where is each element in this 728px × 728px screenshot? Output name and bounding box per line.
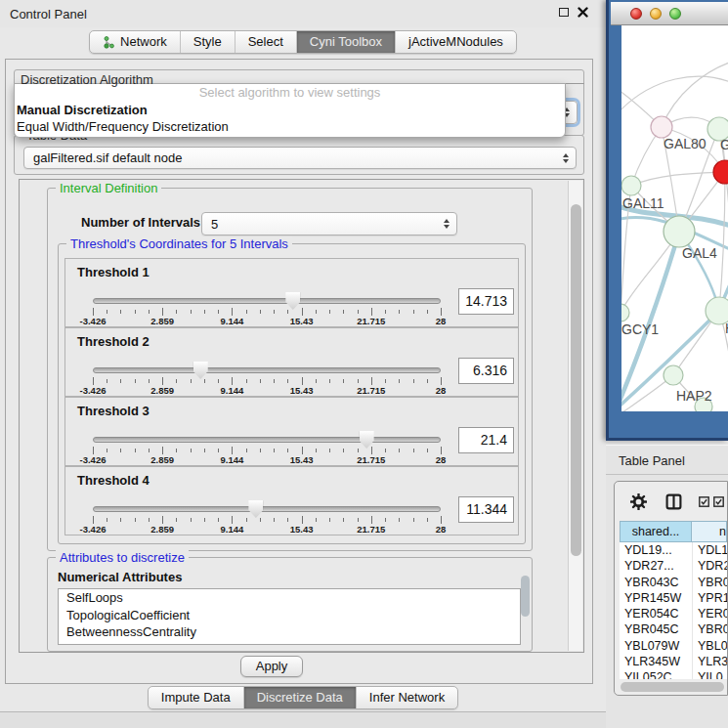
threshold-value-field[interactable]: 14.713: [458, 288, 514, 315]
number-of-intervals-combobox[interactable]: 5: [201, 212, 457, 236]
traffic-light-close-icon[interactable]: [630, 8, 642, 20]
tick-mark: [302, 447, 303, 454]
tick-mark: [358, 310, 359, 314]
table-cell[interactable]: YBL0: [693, 638, 727, 654]
table-horizontal-scrollbar[interactable]: [621, 682, 724, 692]
table-cell[interactable]: YIL052C: [620, 669, 693, 679]
tab-select[interactable]: Select: [235, 31, 296, 53]
network-canvas[interactable]: GAL80GCGAL11GAL4GCY1HHAP2: [621, 25, 728, 411]
tab-impute-data[interactable]: Impute Data: [149, 687, 243, 708]
settings-vertical-scrollbar[interactable]: [568, 181, 582, 651]
network-edge[interactable]: [631, 172, 725, 186]
column-header-name[interactable]: n: [692, 521, 727, 542]
number-of-intervals-label: Number of Intervals: [81, 215, 200, 230]
table-cell[interactable]: YPR1: [693, 590, 727, 606]
threshold-label: Threshold 3: [77, 404, 150, 418]
tab-cyni-toolbox[interactable]: Cyni Toolbox: [296, 31, 395, 53]
network-node[interactable]: [651, 116, 672, 138]
threshold-value-field[interactable]: 11.344: [458, 496, 514, 523]
threshold-slider[interactable]: [93, 298, 441, 304]
network-node[interactable]: [664, 365, 683, 385]
float-window-icon[interactable]: [559, 8, 569, 17]
table-cell[interactable]: YIL0: [693, 669, 727, 679]
table-cell[interactable]: YBL079W: [620, 638, 693, 654]
algorithm-option-equal-width[interactable]: Equal Width/Frequency Discretization: [15, 118, 565, 135]
network-edge[interactable]: [621, 76, 728, 115]
table-cell[interactable]: YBR043C: [620, 575, 693, 590]
tick-label: 21.715: [357, 524, 385, 535]
slider-tick-labels: -3.4262.8599.14415.4321.71528: [93, 316, 441, 327]
tab-style[interactable]: Style: [180, 31, 235, 53]
tick-mark: [204, 449, 205, 452]
network-node[interactable]: [664, 216, 695, 247]
tick-mark: [232, 447, 233, 454]
table-row[interactable]: YDL19...YDL1: [620, 542, 727, 558]
table-cell[interactable]: YDL1: [693, 542, 727, 558]
table-cell[interactable]: YER0: [693, 606, 727, 621]
table-row[interactable]: YBL079WYBL0: [620, 638, 727, 654]
table-cell[interactable]: YBR0: [693, 575, 727, 590]
threshold-value-field[interactable]: 21.4: [458, 427, 514, 453]
table-cell[interactable]: YDL19...: [620, 542, 693, 558]
table-row[interactable]: YDR27...YDR2: [620, 558, 727, 574]
tab-infer-network[interactable]: Infer Network: [356, 687, 457, 708]
network-view-window: GAL80GCGAL11GAL4GCY1HHAP2: [606, 0, 728, 441]
table-data-group: Table Data galFiltered.sif default node: [14, 135, 584, 175]
attribute-item[interactable]: SelfLoops: [59, 589, 520, 607]
tick-mark: [120, 310, 121, 314]
table-data-combobox[interactable]: galFiltered.sif default node: [23, 147, 577, 169]
tick-mark: [232, 516, 233, 524]
tick-mark: [191, 310, 192, 314]
table-row[interactable]: YBR045CYBR0: [620, 621, 727, 637]
attributes-list-scrollbar[interactable]: [521, 576, 530, 617]
checkbox-icon[interactable]: [699, 496, 709, 507]
network-node[interactable]: [713, 160, 728, 184]
threshold-value-field[interactable]: 6.316: [458, 358, 514, 384]
network-node[interactable]: [621, 176, 641, 195]
table-row[interactable]: YBR043CYBR0: [620, 575, 727, 590]
traffic-light-minimize-icon[interactable]: [650, 8, 662, 20]
table-cell[interactable]: YDR27...: [620, 558, 693, 574]
tab-discretize-data[interactable]: Discretize Data: [243, 687, 356, 708]
scrollbar-thumb[interactable]: [571, 204, 581, 556]
table-row[interactable]: YPR145WYPR1: [620, 590, 727, 606]
table-cell[interactable]: YDR2: [693, 558, 727, 574]
checkbox-icon[interactable]: [713, 496, 724, 507]
table-cell[interactable]: YBR0: [693, 621, 727, 637]
network-edge[interactable]: [719, 172, 725, 311]
attribute-item[interactable]: TopologicalCoefficient: [59, 607, 520, 624]
numerical-attributes-list[interactable]: SelfLoopsTopologicalCoefficientBetweenne…: [58, 588, 521, 645]
gear-icon[interactable]: [630, 493, 647, 510]
columns-icon[interactable]: [665, 493, 682, 510]
threshold-slider[interactable]: [93, 437, 441, 443]
traffic-light-zoom-icon[interactable]: [669, 8, 681, 20]
attribute-item[interactable]: BetweennessCentrality: [59, 623, 520, 641]
slider-tick-labels: -3.4262.8599.14415.4321.71528: [93, 454, 441, 466]
table-cell[interactable]: YPR145W: [620, 590, 693, 606]
apply-button[interactable]: Apply: [240, 656, 303, 677]
table-cell[interactable]: YLR3: [693, 654, 727, 669]
table-cell[interactable]: YBR045C: [620, 621, 693, 637]
table-row[interactable]: YIL052CYIL0: [620, 669, 727, 679]
close-icon[interactable]: [578, 7, 588, 18]
tick-mark: [441, 516, 442, 524]
tick-mark: [162, 308, 163, 316]
algorithm-option-manual[interactable]: Manual Discretization: [15, 102, 565, 118]
threshold-slider[interactable]: [93, 506, 441, 512]
tab-jactivemnodules[interactable]: jActiveMNodules: [395, 31, 516, 53]
table-row[interactable]: YER054CYER0: [620, 606, 727, 621]
stepper-arrows-icon: [563, 153, 569, 163]
network-node[interactable]: [621, 304, 629, 321]
threshold-label: Threshold 1: [77, 265, 150, 279]
table-panel-toolbar: [615, 482, 727, 521]
tick-mark: [274, 449, 275, 452]
threshold-slider[interactable]: [93, 367, 441, 373]
tab-network[interactable]: Network: [90, 31, 180, 53]
table-row[interactable]: YLR345WYLR3: [620, 654, 727, 669]
column-header-shared-name[interactable]: shared...: [620, 521, 692, 542]
tick-mark: [413, 310, 414, 314]
table-cell[interactable]: YER054C: [620, 606, 693, 621]
control-panel-titlebar: Control Panel: [0, 0, 606, 27]
table-cell[interactable]: YLR345W: [620, 654, 693, 669]
network-window-titlebar[interactable]: [611, 2, 728, 25]
